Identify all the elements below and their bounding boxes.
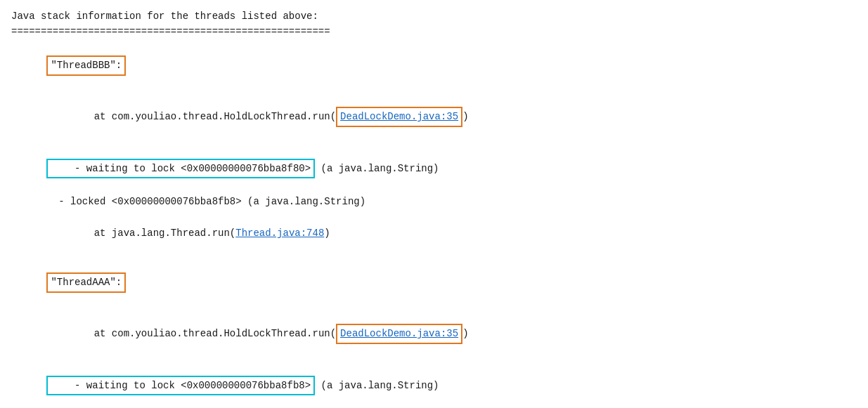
thread-bbb-at-end: ) <box>462 111 468 122</box>
thread-bbb-thread-run-end: ) <box>324 228 330 239</box>
thread-bbb-waiting-line: - waiting to lock <0x00000000076bba8f80>… <box>11 143 857 194</box>
thread-bbb-link1[interactable]: DeadLockDemo.java:35 <box>340 111 458 122</box>
thread-bbb-link1-box: DeadLockDemo.java:35 <box>336 107 462 126</box>
separator: ========================================… <box>11 24 857 39</box>
thread-aaa-name-line: "ThreadAAA": <box>11 257 857 308</box>
thread-bbb-thread-run-prefix: at java.lang.Thread.run( <box>46 228 235 239</box>
thread-bbb-link2[interactable]: Thread.java:748 <box>235 228 324 239</box>
thread-aaa-at-end: ) <box>462 328 468 339</box>
thread-bbb-name-line: "ThreadBBB": <box>11 40 857 91</box>
thread-aaa-link1-box: DeadLockDemo.java:35 <box>336 324 462 343</box>
main-container: Java stack information for the threads l… <box>0 0 868 408</box>
thread-aaa-box: "ThreadAAA": <box>46 272 126 292</box>
code-block: Java stack information for the threads l… <box>11 8 857 408</box>
thread-aaa-at-line: at com.youliao.thread.HoldLockThread.run… <box>11 308 857 360</box>
thread-aaa-link1[interactable]: DeadLockDemo.java:35 <box>340 328 458 339</box>
thread-bbb-locked-line: - locked <0x00000000076bba8fb8> (a java.… <box>11 194 857 209</box>
thread-bbb-thread-run-line: at java.lang.Thread.run(Thread.java:748) <box>11 210 857 257</box>
thread-aaa-at-prefix: at com.youliao.thread.HoldLockThread.run… <box>46 328 336 339</box>
thread-bbb-waiting-end: (a java.lang.String) <box>315 163 439 174</box>
thread-aaa-waiting-line: - waiting to lock <0x00000000076bba8fb8>… <box>11 360 857 408</box>
thread-bbb-at-line: at com.youliao.thread.HoldLockThread.run… <box>11 91 857 143</box>
thread-bbb-waiting-box: - waiting to lock <0x00000000076bba8f80> <box>46 159 315 178</box>
thread-aaa-waiting-end: (a java.lang.String) <box>315 380 439 391</box>
thread-bbb-box: "ThreadBBB": <box>46 55 126 75</box>
thread-bbb-at-prefix: at com.youliao.thread.HoldLockThread.run… <box>46 111 336 122</box>
thread-aaa-waiting-box: - waiting to lock <0x00000000076bba8fb8> <box>46 376 315 395</box>
header-line1: Java stack information for the threads l… <box>11 8 857 24</box>
